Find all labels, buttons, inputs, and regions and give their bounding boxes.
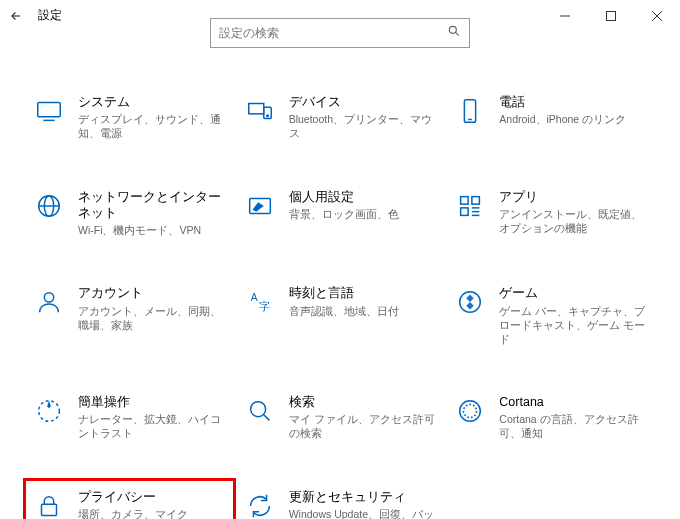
tile-update-security[interactable]: 更新とセキュリティ Windows Update、回復、バックアップ (239, 483, 442, 519)
tile-apps[interactable]: アプリ アンインストール、既定値、オプションの機能 (449, 183, 652, 244)
tile-title: 個人用設定 (289, 189, 438, 205)
svg-line-5 (455, 32, 458, 35)
svg-rect-8 (248, 104, 263, 114)
settings-grid: システム ディスプレイ、サウンド、通知、電源 デバイス Bluetooth、プリ… (0, 88, 680, 519)
tile-title: アカウント (78, 285, 227, 301)
tile-desc: ゲーム バー、キャプチャ、ブロードキャスト、ゲーム モード (499, 304, 648, 347)
tile-title: ネットワークとインターネット (78, 189, 227, 222)
tile-desc: アカウント、メール、同期、職場、家族 (78, 304, 227, 332)
tile-text: ネットワークとインターネット Wi-Fi、機内モード、VPN (78, 189, 227, 238)
tile-network[interactable]: ネットワークとインターネット Wi-Fi、機内モード、VPN (28, 183, 231, 244)
tile-title: 時刻と言語 (289, 285, 438, 301)
system-icon (32, 94, 66, 128)
svg-text:字: 字 (259, 300, 270, 312)
tile-time-language[interactable]: A字 時刻と言語 音声認識、地域、日付 (239, 279, 442, 352)
window-title: 設定 (38, 7, 62, 24)
time-language-icon: A字 (243, 285, 277, 319)
tile-devices[interactable]: デバイス Bluetooth、プリンター、マウス (239, 88, 442, 147)
tile-text: Cortana Cortana の言語、アクセス許可、通知 (499, 394, 648, 441)
tile-title: 簡単操作 (78, 394, 227, 410)
svg-rect-19 (461, 207, 469, 215)
tile-phone[interactable]: 電話 Android、iPhone のリンク (449, 88, 652, 147)
tile-text: ゲーム ゲーム バー、キャプチャ、ブロードキャスト、ゲーム モード (499, 285, 648, 346)
tile-title: 更新とセキュリティ (289, 489, 438, 505)
tile-title: Cortana (499, 394, 648, 410)
svg-rect-18 (472, 196, 480, 204)
tile-text: 検索 マイ ファイル、アクセス許可の検索 (289, 394, 438, 441)
search-tile-icon (243, 394, 277, 428)
tile-desc: 音声認識、地域、日付 (289, 304, 438, 318)
svg-rect-6 (38, 103, 61, 117)
svg-text:A: A (250, 292, 257, 303)
devices-icon (243, 94, 277, 128)
tile-text: プライバシー 場所、カメラ、マイク (78, 489, 227, 519)
tile-gaming[interactable]: ゲーム ゲーム バー、キャプチャ、ブロードキャスト、ゲーム モード (449, 279, 652, 352)
tile-desc: Windows Update、回復、バックアップ (289, 507, 438, 519)
tile-text: アプリ アンインストール、既定値、オプションの機能 (499, 189, 648, 236)
search-icon (447, 24, 461, 42)
search-box[interactable] (210, 18, 470, 48)
tile-text: 更新とセキュリティ Windows Update、回復、バックアップ (289, 489, 438, 519)
tile-cortana[interactable]: Cortana Cortana の言語、アクセス許可、通知 (449, 388, 652, 447)
tile-desc: Cortana の言語、アクセス許可、通知 (499, 412, 648, 440)
person-icon (32, 285, 66, 319)
minimize-button[interactable] (542, 0, 588, 32)
svg-rect-17 (461, 196, 469, 204)
tile-text: デバイス Bluetooth、プリンター、マウス (289, 94, 438, 141)
svg-line-29 (263, 415, 269, 421)
tile-desc: 場所、カメラ、マイク (78, 507, 227, 519)
tile-text: 簡単操作 ナレーター、拡大鏡、ハイコントラスト (78, 394, 227, 441)
svg-point-10 (266, 115, 268, 117)
tile-search[interactable]: 検索 マイ ファイル、アクセス許可の検索 (239, 388, 442, 447)
maximize-button[interactable] (588, 0, 634, 32)
tile-desc: Bluetooth、プリンター、マウス (289, 112, 438, 140)
svg-rect-1 (607, 11, 616, 20)
close-button[interactable] (634, 0, 680, 32)
tile-text: 電話 Android、iPhone のリンク (499, 94, 648, 126)
tile-desc: ディスプレイ、サウンド、通知、電源 (78, 112, 227, 140)
tile-system[interactable]: システム ディスプレイ、サウンド、通知、電源 (28, 88, 231, 147)
tile-text: アカウント アカウント、メール、同期、職場、家族 (78, 285, 227, 332)
tile-desc: Wi-Fi、機内モード、VPN (78, 223, 227, 237)
tile-text: システム ディスプレイ、サウンド、通知、電源 (78, 94, 227, 141)
tile-title: 電話 (499, 94, 648, 110)
search-input[interactable] (219, 26, 447, 40)
tile-title: デバイス (289, 94, 438, 110)
ease-icon (32, 394, 66, 428)
tile-desc: ナレーター、拡大鏡、ハイコントラスト (78, 412, 227, 440)
svg-point-31 (464, 404, 477, 417)
paint-icon (243, 189, 277, 223)
back-button[interactable] (0, 0, 32, 32)
tile-privacy[interactable]: プライバシー 場所、カメラ、マイク (28, 483, 231, 519)
tile-title: 検索 (289, 394, 438, 410)
tile-ease-of-access[interactable]: 簡単操作 ナレーター、拡大鏡、ハイコントラスト (28, 388, 231, 447)
svg-rect-32 (42, 504, 57, 515)
tile-text: 時刻と言語 音声認識、地域、日付 (289, 285, 438, 317)
tile-personalization[interactable]: 個人用設定 背景、ロック画面、色 (239, 183, 442, 244)
tile-title: プライバシー (78, 489, 227, 505)
tile-desc: アンインストール、既定値、オプションの機能 (499, 207, 648, 235)
tile-title: システム (78, 94, 227, 110)
tile-desc: Android、iPhone のリンク (499, 112, 648, 126)
svg-point-23 (44, 293, 53, 302)
cortana-icon (453, 394, 487, 428)
svg-point-4 (449, 26, 456, 33)
tile-title: アプリ (499, 189, 648, 205)
tile-desc: 背景、ロック画面、色 (289, 207, 438, 221)
tile-desc: マイ ファイル、アクセス許可の検索 (289, 412, 438, 440)
update-icon (243, 489, 277, 519)
apps-icon (453, 189, 487, 223)
lock-icon (32, 489, 66, 519)
tile-title: ゲーム (499, 285, 648, 301)
gaming-icon (453, 285, 487, 319)
tile-text: 個人用設定 背景、ロック画面、色 (289, 189, 438, 221)
svg-point-28 (250, 402, 265, 417)
tile-accounts[interactable]: アカウント アカウント、メール、同期、職場、家族 (28, 279, 231, 352)
phone-icon (453, 94, 487, 128)
globe-icon (32, 189, 66, 223)
